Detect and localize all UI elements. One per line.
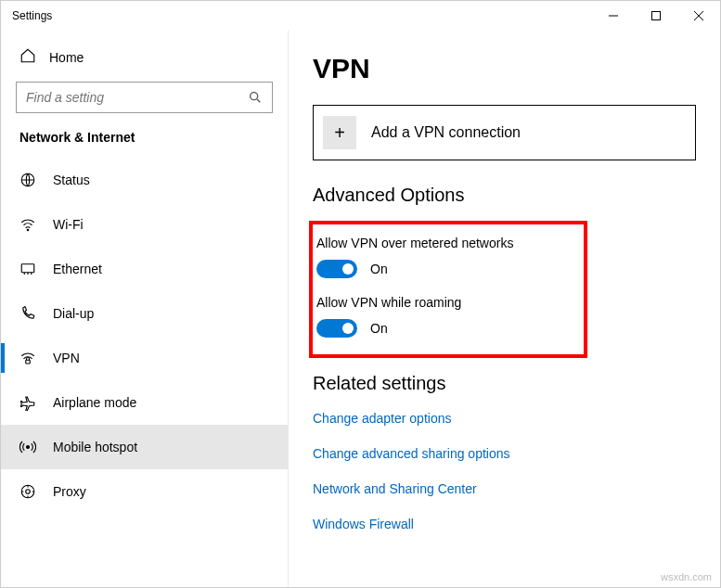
svg-rect-8 <box>21 264 34 273</box>
vpn-icon <box>19 350 36 366</box>
svg-rect-9 <box>26 360 31 364</box>
highlighted-region: Allow VPN over metered networks On Allow… <box>309 221 587 358</box>
related-settings: Related settings Change adapter options … <box>313 373 696 531</box>
hotspot-icon <box>19 439 36 455</box>
sidebar-item-vpn[interactable]: VPN <box>1 336 288 380</box>
metered-toggle[interactable] <box>316 260 357 278</box>
sidebar-item-label: Ethernet <box>53 262 102 276</box>
sidebar-item-status[interactable]: Status <box>1 158 288 202</box>
home-icon <box>19 47 36 67</box>
close-button[interactable] <box>677 1 720 31</box>
sidebar-item-label: Mobile hotspot <box>53 440 137 454</box>
sidebar-item-airplane[interactable]: Airplane mode <box>1 380 288 425</box>
minimize-button[interactable] <box>592 1 635 31</box>
home-label: Home <box>49 50 84 65</box>
sidebar-item-label: Wi-Fi <box>53 217 84 232</box>
link-adapter[interactable]: Change adapter options <box>313 411 696 426</box>
main-panel: VPN + Add a VPN connection Advanced Opti… <box>289 31 720 587</box>
svg-rect-1 <box>652 12 661 20</box>
add-vpn-label: Add a VPN connection <box>371 124 521 141</box>
maximize-button[interactable] <box>635 1 677 31</box>
metered-state: On <box>370 262 388 276</box>
svg-point-7 <box>27 229 29 231</box>
proxy-icon <box>19 483 36 500</box>
svg-point-4 <box>251 93 258 100</box>
ethernet-icon <box>19 261 36 277</box>
sidebar-item-wifi[interactable]: Wi-Fi <box>1 202 288 247</box>
metered-label: Allow VPN over metered networks <box>313 236 571 250</box>
settings-window: Settings Home Network & Internet <box>0 0 721 588</box>
sidebar-item-label: Status <box>53 173 90 187</box>
roaming-state: On <box>370 321 388 336</box>
sidebar-item-hotspot[interactable]: Mobile hotspot <box>1 425 288 469</box>
add-vpn-button[interactable]: + Add a VPN connection <box>313 105 696 160</box>
link-sharing[interactable]: Change advanced sharing options <box>313 446 696 461</box>
home-link[interactable]: Home <box>1 31 288 82</box>
related-heading: Related settings <box>313 373 696 394</box>
titlebar: Settings <box>1 1 720 31</box>
roaming-toggle[interactable] <box>316 319 357 338</box>
search-box[interactable] <box>16 82 273 113</box>
sidebar-item-proxy[interactable]: Proxy <box>1 469 288 514</box>
window-title: Settings <box>12 9 52 22</box>
wifi-icon <box>19 216 36 233</box>
sidebar-item-label: Dial-up <box>53 306 94 321</box>
svg-point-10 <box>27 446 30 449</box>
svg-point-12 <box>26 490 31 494</box>
sidebar-item-label: Airplane mode <box>53 395 136 410</box>
dialup-icon <box>19 305 36 322</box>
airplane-icon <box>19 394 36 411</box>
link-firewall[interactable]: Windows Firewall <box>313 517 696 531</box>
roaming-label: Allow VPN while roaming <box>313 295 571 310</box>
svg-line-5 <box>257 99 260 102</box>
sidebar-item-ethernet[interactable]: Ethernet <box>1 247 288 291</box>
search-input[interactable] <box>26 90 248 105</box>
category-header: Network & Internet <box>1 130 288 158</box>
advanced-options-heading: Advanced Options <box>313 185 696 206</box>
sidebar-item-label: Proxy <box>53 484 86 499</box>
sidebar-item-dialup[interactable]: Dial-up <box>1 291 288 336</box>
sidebar-item-label: VPN <box>53 351 80 365</box>
sidebar: Home Network & Internet Status Wi-Fi Eth… <box>1 31 289 587</box>
status-icon <box>19 172 36 188</box>
search-icon <box>248 90 263 105</box>
link-center[interactable]: Network and Sharing Center <box>313 481 696 496</box>
plus-icon: + <box>323 116 356 149</box>
watermark: wsxdn.com <box>661 571 712 582</box>
page-title: VPN <box>313 53 696 84</box>
